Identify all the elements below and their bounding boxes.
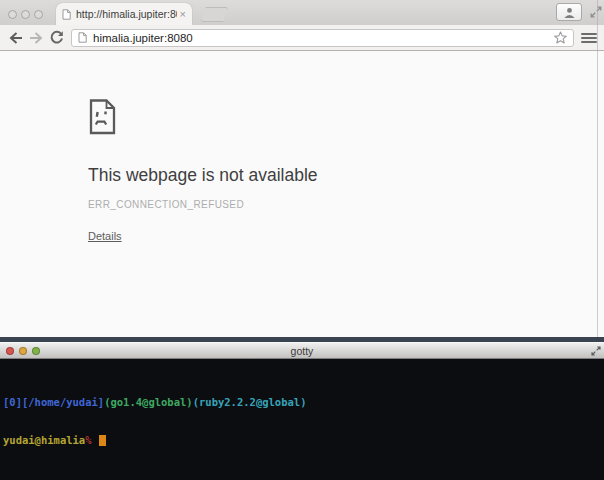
error-page: This webpage is not available ERR_CONNEC… [88,99,558,139]
terminal-titlebar[interactable]: gotty [0,342,604,359]
error-code: ERR_CONNECTION_REFUSED [88,199,244,210]
resize-grip-icon[interactable] [591,346,601,356]
prompt-ruby-version: (ruby2.2.2@global) [193,396,307,408]
page-icon [62,9,71,20]
details-link[interactable]: Details [88,230,122,242]
refresh-button[interactable] [46,28,66,48]
browser-window-edge [597,0,598,337]
browser-toolbar: himalia.jupiter:8080 [0,25,604,51]
address-bar[interactable]: himalia.jupiter:8080 [71,29,574,47]
zoom-window-button[interactable] [34,10,43,19]
refresh-icon [49,30,64,45]
sad-page-icon [88,99,116,135]
back-arrow-icon [8,31,24,45]
screen: http://himalia.jupiter:808 × [0,0,604,480]
bookmark-star-icon[interactable] [554,31,567,44]
terminal-line: [0][/home/yudai](go1.4@global)(ruby2.2.2… [3,396,601,409]
tab-close-icon[interactable]: × [180,9,186,19]
forward-button[interactable] [26,28,46,48]
terminal-title: gotty [0,345,604,357]
tab-strip: http://himalia.jupiter:808 × [0,0,604,25]
page-icon [78,32,87,43]
close-window-button[interactable] [8,10,17,19]
new-tab-button[interactable] [201,7,228,22]
user-icon [563,7,576,18]
prompt-go-version: (go1.4@global) [104,396,193,408]
browser-window-controls [8,10,43,19]
prompt-user-host: yudai@himalia [3,434,85,446]
prompt-path: [0][/home/yudai] [3,396,104,408]
back-button[interactable] [6,28,26,48]
prompt-symbol: % [85,434,98,446]
forward-arrow-icon [28,31,44,45]
fullscreen-expand-icon[interactable] [590,6,602,18]
url-text[interactable]: himalia.jupiter:8080 [93,32,554,44]
profile-button[interactable] [556,3,582,21]
browser-tab[interactable]: http://himalia.jupiter:808 × [56,3,192,25]
terminal-line: yudai@himalia% [3,434,601,447]
tab-title: http://himalia.jupiter:808 [76,8,177,20]
terminal-window: gotty [0][/home/yudai](go1.4@global)(rub… [0,342,604,480]
terminal-cursor [99,435,106,446]
terminal-output[interactable]: [0][/home/yudai](go1.4@global)(ruby2.2.2… [0,359,604,480]
hamburger-icon [581,33,597,35]
minimize-window-button[interactable] [21,10,30,19]
browser-window: http://himalia.jupiter:808 × [0,0,604,337]
chrome-menu-button[interactable] [580,30,598,46]
error-heading: This webpage is not available [88,165,318,186]
